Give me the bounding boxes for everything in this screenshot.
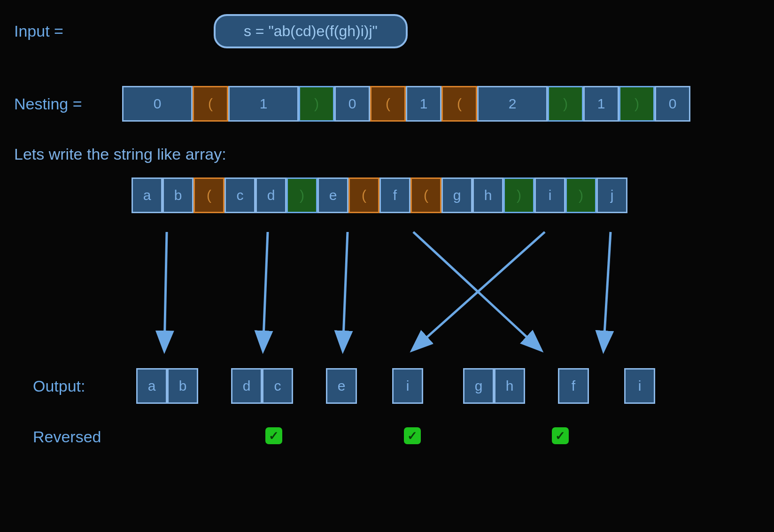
array-cell: ) bbox=[503, 177, 534, 213]
array-cell: i bbox=[534, 177, 565, 213]
output-cell: d bbox=[231, 368, 262, 404]
nesting-cell: ( bbox=[370, 86, 406, 122]
array-cell: ( bbox=[194, 177, 224, 213]
output-group: i bbox=[624, 368, 655, 404]
output-cell: g bbox=[463, 368, 494, 404]
nesting-cell: 1 bbox=[406, 86, 441, 122]
output-group: ab bbox=[136, 368, 198, 404]
nesting-cell: ( bbox=[193, 86, 228, 122]
output-cell: h bbox=[494, 368, 525, 404]
input-label: Input = bbox=[14, 22, 63, 40]
nesting-cell-row: 0(1)0(1(2)1)0 bbox=[122, 86, 690, 122]
output-cell: e bbox=[326, 368, 357, 404]
nesting-cell: 1 bbox=[583, 86, 619, 122]
nesting-cell: ( bbox=[441, 86, 477, 122]
output-groups: abdceighfi bbox=[136, 368, 655, 404]
output-group: gh bbox=[463, 368, 525, 404]
check-icon: ✓ bbox=[404, 427, 421, 444]
arrow bbox=[604, 232, 611, 349]
array-cell: c bbox=[224, 177, 255, 213]
array-cell: j bbox=[596, 177, 627, 213]
arrow bbox=[343, 232, 348, 349]
input-value-box: s = "ab(cd)e(f(gh)i)j" bbox=[214, 14, 408, 48]
arrow-area bbox=[14, 227, 760, 368]
output-cell: b bbox=[167, 368, 198, 404]
array-cell: d bbox=[255, 177, 286, 213]
nesting-cell: 1 bbox=[228, 86, 299, 122]
output-cell: i bbox=[624, 368, 655, 404]
nesting-cell: ) bbox=[619, 86, 655, 122]
array-cell: h bbox=[472, 177, 503, 213]
output-cell: i bbox=[392, 368, 423, 404]
arrow bbox=[164, 232, 167, 349]
array-cell: ) bbox=[286, 177, 317, 213]
check-icon: ✓ bbox=[552, 427, 569, 444]
array-cell: a bbox=[132, 177, 163, 213]
array-cell: e bbox=[317, 177, 348, 213]
array-cell: ) bbox=[565, 177, 596, 213]
nesting-cell: 0 bbox=[334, 86, 370, 122]
array-cell: f bbox=[379, 177, 410, 213]
array-cell: ( bbox=[410, 177, 441, 213]
arrow bbox=[263, 232, 268, 349]
array-cell: ( bbox=[348, 177, 379, 213]
output-group: e bbox=[326, 368, 357, 404]
nesting-cell: ) bbox=[548, 86, 583, 122]
output-cell: c bbox=[262, 368, 293, 404]
output-group: dc bbox=[231, 368, 293, 404]
output-label: Output: bbox=[14, 377, 136, 395]
nesting-label: Nesting = bbox=[14, 95, 122, 113]
nesting-cell: 2 bbox=[477, 86, 548, 122]
output-group: i bbox=[392, 368, 423, 404]
reversed-label: Reversed bbox=[14, 428, 108, 446]
array-cell: g bbox=[441, 177, 472, 213]
array-cell: b bbox=[163, 177, 194, 213]
nesting-cell: 0 bbox=[655, 86, 690, 122]
output-cell: a bbox=[136, 368, 167, 404]
nesting-cell: ) bbox=[299, 86, 334, 122]
output-group: f bbox=[558, 368, 589, 404]
output-cell: f bbox=[558, 368, 589, 404]
reversed-checks-container: ✓✓✓ bbox=[108, 427, 719, 446]
nesting-cell: 0 bbox=[122, 86, 193, 122]
section-heading: Lets write the string like array: bbox=[14, 145, 760, 163]
check-icon: ✓ bbox=[265, 427, 282, 444]
array-cell-row: ab(cd)e(f(gh)i)j bbox=[132, 177, 627, 213]
